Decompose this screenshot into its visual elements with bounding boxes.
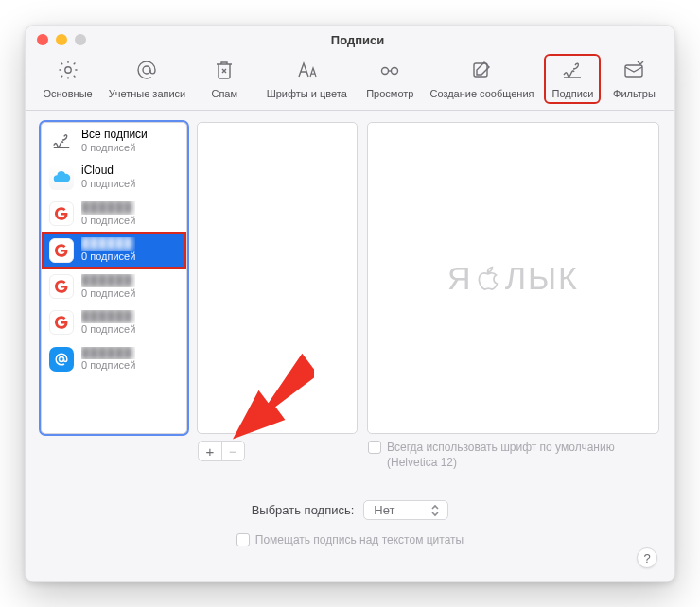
help-button[interactable]: ? (637, 547, 657, 568)
preferences-window: Подписи Основные Учетные записи Спам Шр (25, 25, 675, 582)
watermark-text: Я (447, 260, 473, 297)
tab-accounts[interactable]: Учетные записи (105, 56, 190, 102)
watermark: Я ЛЫК (447, 260, 579, 297)
google-icon (49, 238, 74, 263)
zoom-window-button[interactable] (75, 34, 86, 45)
tab-compose[interactable]: Создание сообщения (426, 56, 537, 102)
signature-editor[interactable]: Я ЛЫК (367, 122, 659, 434)
account-subtitle: 0 подписей (81, 251, 135, 263)
choose-signature-popup[interactable]: Нет (363, 500, 448, 520)
panels: Все подписи0 подписейiCloud0 подписей███… (41, 122, 659, 434)
account-name: ██████ (81, 347, 135, 360)
tab-label: Учетные записи (109, 88, 186, 99)
signature-list[interactable] (197, 122, 358, 434)
tab-filters[interactable]: Фильтры (607, 56, 660, 102)
tab-signatures[interactable]: Подписи (546, 56, 599, 102)
tab-label: Создание сообщения (429, 88, 534, 99)
account-subtitle: 0 подписей (81, 215, 135, 227)
all-icon (49, 129, 74, 153)
default-font-label: Всегда использовать шрифт по умолчанию (387, 441, 615, 454)
google-icon (49, 201, 74, 226)
tab-spam[interactable]: Спам (198, 56, 251, 102)
signature-icon (561, 59, 584, 85)
apple-outline-icon (475, 264, 503, 292)
default-font-checkbox[interactable] (368, 441, 381, 454)
add-remove-toolbar: + − (198, 441, 245, 461)
envelope-arrow-icon (622, 59, 645, 85)
window-title: Подписи (86, 33, 629, 47)
tab-label: Спам (211, 88, 237, 99)
choose-signature-row: Выбрать подпись: Нет (41, 500, 659, 520)
titlebar: Подписи (26, 26, 674, 54)
account-name: ██████ (81, 310, 135, 323)
account-subtitle: 0 подписей (81, 323, 135, 336)
account-item[interactable]: ██████0 подписей (42, 232, 186, 268)
minimize-window-button[interactable] (56, 34, 67, 45)
trash-icon (213, 59, 236, 85)
place-above-quote-row: Помещать подпись над текстом цитаты (41, 533, 659, 546)
font-icon (295, 59, 318, 85)
icloud-icon (49, 165, 74, 190)
account-item[interactable]: Все подписи0 подписей (42, 123, 186, 159)
account-name: Все подписи (81, 129, 148, 142)
choose-signature-label: Выбрать подпись: (252, 503, 355, 517)
remove-signature-button[interactable]: − (221, 442, 244, 460)
account-item[interactable]: ██████0 подписей (42, 341, 186, 377)
gear-icon (57, 59, 79, 85)
account-item[interactable]: ██████0 подписей (42, 196, 186, 232)
account-subtitle: 0 подписей (81, 359, 135, 372)
account-item[interactable]: iCloud0 подписей (42, 159, 186, 195)
place-above-quote-checkbox[interactable] (236, 533, 250, 546)
popup-arrows-icon (430, 504, 440, 517)
tab-general[interactable]: Основные (39, 56, 96, 102)
choose-signature-value: Нет (374, 503, 394, 517)
at-icon (49, 347, 74, 372)
account-subtitle: 0 подписей (81, 142, 148, 154)
glasses-icon (378, 59, 401, 85)
svg-point-2 (382, 68, 389, 75)
tab-label: Шрифты и цвета (267, 88, 347, 99)
place-above-quote-label: Помещать подпись над текстом цитаты (255, 533, 464, 546)
account-item[interactable]: ██████0 подписей (42, 304, 186, 340)
close-window-button[interactable] (37, 34, 48, 45)
google-icon (49, 274, 74, 299)
content-area: Все подписи0 подписейiCloud0 подписей███… (26, 111, 674, 581)
traffic-lights (37, 34, 86, 45)
default-font-note: (Helvetica 12) (387, 456, 615, 469)
at-sign-icon (135, 59, 158, 85)
tab-label: Подписи (552, 88, 594, 99)
account-name: ██████ (81, 274, 135, 287)
tab-view[interactable]: Просмотр (362, 56, 417, 102)
svg-point-1 (143, 66, 150, 74)
svg-point-3 (392, 68, 398, 75)
account-item[interactable]: ██████0 подписей (42, 269, 186, 304)
default-font-row: Всегда использовать шрифт по умолчанию (… (368, 441, 615, 469)
preferences-toolbar: Основные Учетные записи Спам Шрифты и цв… (26, 54, 674, 111)
tab-label: Фильтры (613, 88, 656, 99)
account-name: iCloud (81, 165, 135, 178)
compose-icon (470, 59, 493, 85)
tab-fonts[interactable]: Шрифты и цвета (259, 56, 354, 102)
svg-point-0 (64, 67, 70, 73)
add-signature-button[interactable]: + (199, 442, 221, 460)
svg-rect-5 (625, 65, 642, 77)
watermark-text: ЛЫК (505, 260, 579, 297)
account-subtitle: 0 подписей (81, 178, 135, 190)
account-name: ██████ (81, 237, 135, 251)
tab-label: Просмотр (366, 88, 413, 99)
account-list[interactable]: Все подписи0 подписейiCloud0 подписей███… (41, 122, 187, 434)
account-name: ██████ (81, 201, 135, 215)
account-subtitle: 0 подписей (81, 287, 135, 300)
tab-label: Основные (43, 88, 92, 99)
google-icon (49, 310, 74, 335)
